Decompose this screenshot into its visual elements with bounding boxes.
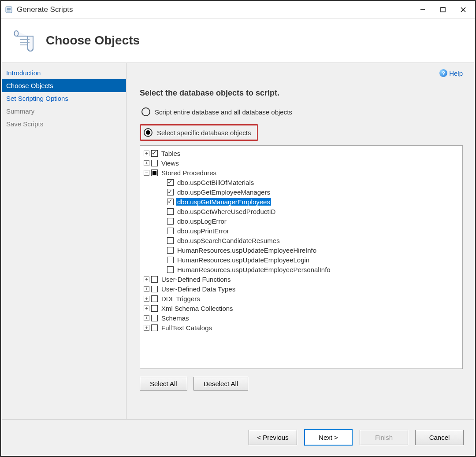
tree-row[interactable]: +Schemas	[142, 313, 461, 323]
expand-icon[interactable]: +	[144, 286, 149, 292]
object-tree[interactable]: +Tables+Views−Stored Proceduresdbo.uspGe…	[140, 145, 463, 369]
maximize-button[interactable]	[433, 2, 453, 18]
tree-item-label[interactable]: dbo.uspGetManagerEmployees	[176, 198, 271, 206]
checkbox[interactable]	[151, 160, 158, 166]
tree-item-label[interactable]: Xml Schema Collections	[160, 305, 234, 312]
finish-button: Finish	[360, 430, 408, 445]
tree-row[interactable]: HumanResources.uspUpdateEmployeeHireInfo	[142, 245, 461, 255]
tree-row[interactable]: dbo.uspGetManagerEmployees	[142, 197, 461, 206]
checkbox[interactable]	[151, 150, 158, 157]
close-button[interactable]	[453, 2, 473, 18]
tree-item-label[interactable]: HumanResources.uspUpdateEmployeePersonal…	[176, 266, 331, 273]
tree-item-label[interactable]: Schemas	[160, 314, 190, 322]
expand-icon[interactable]: +	[144, 160, 149, 166]
expander-spacer	[160, 228, 165, 234]
checkbox[interactable]	[167, 208, 174, 215]
tree-item-label[interactable]: dbo.uspGetEmployeeManagers	[176, 188, 271, 196]
tree-row[interactable]: +Views	[142, 158, 461, 168]
wizard-footer: < Previous Next > Finish Cancel	[2, 419, 474, 455]
tree-item-label[interactable]: FullText Catalogs	[160, 324, 213, 332]
radio-icon	[144, 128, 152, 137]
expand-icon[interactable]: +	[144, 306, 149, 311]
tree-item-label[interactable]: HumanResources.uspUpdateEmployeeHireInfo	[176, 247, 317, 254]
tree-row[interactable]: +User-Defined Data Types	[142, 284, 461, 294]
checkbox[interactable]	[167, 218, 174, 225]
tree-row[interactable]: +DDL Triggers	[142, 294, 461, 303]
app-icon	[4, 5, 14, 15]
deselect-all-button[interactable]: Deselect All	[193, 377, 248, 391]
window-title: Generate Scripts	[17, 5, 73, 14]
checkbox[interactable]	[167, 237, 174, 244]
checkbox[interactable]	[167, 189, 174, 195]
tree-row[interactable]: dbo.uspSearchCandidateResumes	[142, 236, 461, 245]
svg-rect-2	[441, 7, 445, 12]
tree-item-label[interactable]: dbo.uspSearchCandidateResumes	[176, 237, 281, 244]
next-button[interactable]: Next >	[304, 429, 353, 446]
expand-icon[interactable]: +	[144, 276, 149, 282]
tree-item-label[interactable]: User-Defined Data Types	[160, 285, 236, 293]
sidebar-item-set-scripting-options[interactable]: Set Scripting Options	[2, 92, 126, 105]
expander-spacer	[160, 218, 165, 224]
tree-item-label[interactable]: Tables	[160, 150, 181, 157]
select-all-button[interactable]: Select All	[140, 377, 187, 391]
expander-spacer	[160, 267, 165, 273]
radio-script-entire[interactable]: Script entire database and all database …	[141, 107, 463, 116]
sidebar-item-introduction[interactable]: Introduction	[2, 66, 126, 79]
help-link[interactable]: ? Help	[439, 69, 463, 77]
sidebar-item-save-scripts: Save Scripts	[2, 118, 126, 130]
tree-row[interactable]: dbo.uspGetBillOfMaterials	[142, 177, 461, 187]
tree-row[interactable]: +Xml Schema Collections	[142, 303, 461, 313]
expand-icon[interactable]: +	[144, 325, 149, 331]
tree-row[interactable]: dbo.uspGetEmployeeManagers	[142, 187, 461, 197]
checkbox[interactable]	[151, 276, 158, 283]
checkbox[interactable]	[151, 295, 158, 302]
sidebar-item-summary: Summary	[2, 105, 126, 118]
sidebar: IntroductionChoose ObjectsSet Scripting …	[2, 63, 126, 419]
cancel-button[interactable]: Cancel	[415, 430, 464, 445]
tree-row[interactable]: +User-Defined Functions	[142, 274, 461, 284]
tree-row[interactable]: +FullText Catalogs	[142, 323, 461, 332]
checkbox[interactable]	[151, 170, 158, 176]
tree-item-label[interactable]: dbo.uspLogError	[176, 217, 227, 225]
expand-icon[interactable]: +	[144, 315, 149, 321]
radio-select-specific[interactable]: Select specific database objects	[140, 124, 258, 141]
checkbox[interactable]	[151, 324, 158, 331]
checkbox[interactable]	[167, 266, 174, 273]
radio-icon	[141, 107, 150, 116]
minimize-button[interactable]	[413, 2, 433, 18]
expander-spacer	[160, 247, 165, 253]
main-panel: ? Help Select the database objects to sc…	[126, 63, 474, 419]
tree-row[interactable]: dbo.uspPrintError	[142, 226, 461, 236]
tree-item-label[interactable]: HumanResources.uspUpdateEmployeeLogin	[176, 256, 310, 264]
checkbox[interactable]	[167, 179, 174, 186]
tree-row[interactable]: HumanResources.uspUpdateEmployeePersonal…	[142, 265, 461, 274]
checkbox[interactable]	[151, 315, 158, 321]
checkbox[interactable]	[151, 286, 158, 292]
tree-item-label[interactable]: User-Defined Functions	[160, 276, 232, 283]
tree-row[interactable]: −Stored Procedures	[142, 168, 461, 177]
help-label: Help	[449, 70, 463, 77]
tree-row[interactable]: dbo.uspLogError	[142, 216, 461, 226]
checkbox[interactable]	[167, 257, 174, 263]
tree-item-label[interactable]: dbo.uspGetBillOfMaterials	[176, 179, 255, 186]
sidebar-item-choose-objects[interactable]: Choose Objects	[2, 79, 126, 92]
tree-item-label[interactable]: Views	[160, 159, 180, 167]
expander-spacer	[160, 189, 165, 195]
tree-row[interactable]: dbo.uspGetWhereUsedProductID	[142, 206, 461, 216]
expander-spacer	[160, 199, 165, 205]
tree-row[interactable]: HumanResources.uspUpdateEmployeeLogin	[142, 255, 461, 265]
previous-button[interactable]: < Previous	[249, 430, 297, 445]
checkbox[interactable]	[167, 199, 174, 205]
collapse-icon[interactable]: −	[144, 170, 149, 176]
tree-item-label[interactable]: dbo.uspGetWhereUsedProductID	[176, 208, 276, 215]
tree-item-label[interactable]: DDL Triggers	[160, 295, 201, 302]
checkbox[interactable]	[167, 247, 174, 254]
tree-row[interactable]: +Tables	[142, 148, 461, 158]
checkbox[interactable]	[167, 228, 174, 234]
expand-icon[interactable]: +	[144, 151, 149, 156]
tree-item-label[interactable]: dbo.uspPrintError	[176, 227, 230, 235]
expander-spacer	[160, 180, 165, 185]
tree-item-label[interactable]: Stored Procedures	[160, 169, 217, 177]
expand-icon[interactable]: +	[144, 296, 149, 302]
checkbox[interactable]	[151, 305, 158, 312]
